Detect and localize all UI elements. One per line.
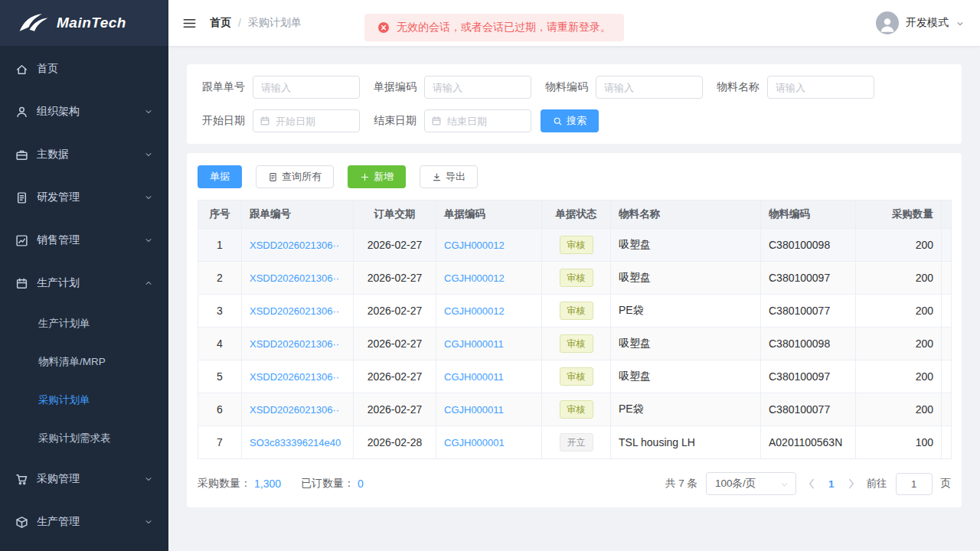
cell-seq: 4 — [198, 328, 242, 360]
cell-qty: 200 — [856, 360, 942, 393]
sidebar-item-organization[interactable]: 组织架构 — [0, 90, 168, 133]
sidebar-item-home[interactable]: 首页 — [0, 47, 168, 90]
button-label: 新增 — [374, 170, 394, 184]
bill-button[interactable]: 单据 — [198, 165, 242, 188]
current-page[interactable]: 1 — [827, 478, 836, 490]
doc-no-link[interactable]: CGJH000011 — [444, 338, 504, 350]
doc-no-link[interactable]: CGJH000011 — [444, 404, 504, 416]
filter-input-material-code[interactable] — [596, 76, 703, 99]
table-row: 1XSDD2026021306··2026-02-27CGJH000012审核吸… — [198, 229, 952, 262]
sidebar-subitem-label: 采购计划需求表 — [38, 432, 111, 445]
cell-material-name: 吸塑盘 — [611, 229, 761, 262]
cell-filler — [942, 295, 952, 328]
order-no-link[interactable]: XSDD2026021306·· — [250, 272, 339, 284]
cell-seq: 2 — [198, 262, 242, 295]
doc-no-link[interactable]: CGJH000012 — [444, 240, 505, 251]
prev-page-button[interactable] — [805, 477, 818, 491]
cell-order-no: XSDD2026021306·· — [242, 229, 354, 262]
cell-filler — [942, 262, 952, 295]
filter-field-material-code: 物料编码 — [541, 76, 703, 99]
cell-filler — [942, 393, 952, 426]
order-no-link[interactable]: XSDD2026021306·· — [250, 404, 339, 416]
cell-status: 审核 — [542, 360, 611, 393]
sidebar-subitem-purchase-plan-order[interactable]: 采购计划单 — [0, 381, 168, 419]
user-icon — [15, 106, 28, 119]
cell-filler — [942, 426, 952, 459]
sidebar-subitem-bom-mrp[interactable]: 物料清单/MRP — [0, 343, 168, 381]
sidebar-subitem-label: 物料清单/MRP — [38, 355, 106, 369]
order-no-link[interactable]: XSDD2026021306·· — [250, 338, 339, 350]
sidebar-item-production-management[interactable]: 生产管理 — [0, 500, 168, 543]
ordered-qty-label: 已订数量： — [301, 477, 354, 491]
cell-doc-no: CGJH000012 — [436, 229, 542, 262]
sidebar-item-sales-management[interactable]: 销售管理 — [0, 219, 168, 262]
sidebar-item-production-plan[interactable]: 生产计划 — [0, 262, 168, 305]
goto-page-input[interactable] — [896, 473, 933, 495]
download-icon — [432, 172, 442, 182]
cell-status: 审核 — [542, 328, 611, 360]
breadcrumb-separator: / — [238, 17, 241, 29]
logo-icon — [17, 13, 51, 33]
doc-no-link[interactable]: CGJH000011 — [444, 371, 504, 383]
chevron-down-icon — [144, 107, 153, 116]
filter-input-material-name[interactable] — [767, 76, 874, 99]
sidebar-item-label: 首页 — [37, 62, 153, 76]
breadcrumb-home[interactable]: 首页 — [210, 16, 231, 30]
logo: MainTech — [0, 0, 168, 46]
sidebar: MainTech 首页组织架构主数据研发管理销售管理生产计划生产计划单物料清单/… — [0, 0, 168, 551]
query-all-button[interactable]: 查询所有 — [256, 165, 334, 188]
filter-field-order-no: 跟单单号 — [198, 76, 360, 99]
page-size-select[interactable]: 100条/页 — [706, 472, 796, 495]
search-button[interactable]: 搜索 — [541, 109, 599, 132]
order-no-link[interactable]: SO3c833396214e40 — [250, 437, 341, 448]
cell-doc-no: CGJH000001 — [436, 426, 542, 459]
sidebar-subitem-purchase-plan-demand[interactable]: 采购计划需求表 — [0, 419, 168, 458]
menu-toggle-icon[interactable] — [182, 16, 197, 31]
column-header: 采购数量 — [856, 201, 942, 229]
document-icon — [15, 191, 28, 204]
doc-no-link[interactable]: CGJH000001 — [444, 437, 505, 448]
sidebar-item-master-data[interactable]: 主数据 — [0, 133, 168, 176]
order-no-link[interactable]: XSDD2026021306·· — [250, 305, 339, 317]
next-page-button[interactable] — [844, 477, 858, 491]
table-panel: 单据查询所有新增导出 序号跟单编号订单交期单据编码单据状态物料名称物料编码采购数… — [187, 153, 962, 507]
cell-status: 审核 — [542, 393, 611, 426]
filter-label: 结束日期 — [369, 114, 416, 128]
sidebar-item-label: 研发管理 — [37, 191, 144, 204]
cell-material-code: A0201100563N — [761, 426, 856, 459]
filter-input-order-no[interactable] — [253, 76, 360, 99]
sidebar-item-purchase-management[interactable]: 采购管理 — [0, 458, 168, 500]
status-badge: 审核 — [560, 302, 593, 320]
sidebar-item-label: 销售管理 — [37, 233, 144, 247]
sidebar-item-rd-management[interactable]: 研发管理 — [0, 176, 168, 219]
user-menu[interactable]: 开发模式 — [876, 11, 965, 34]
cell-delivery-date: 2026-02-27 — [354, 229, 436, 262]
column-filler — [942, 201, 952, 229]
export-button[interactable]: 导出 — [420, 165, 478, 188]
doc-no-link[interactable]: CGJH000012 — [444, 272, 505, 284]
cell-material-name: 吸塑盘 — [611, 328, 761, 360]
order-no-link[interactable]: XSDD2026021306·· — [250, 240, 339, 251]
cart-icon — [15, 473, 28, 486]
logo-text: MainTech — [57, 15, 126, 31]
doc-no-link[interactable]: CGJH000012 — [444, 305, 505, 317]
cell-doc-no: CGJH000011 — [436, 393, 542, 426]
chevron-down-icon — [144, 236, 153, 245]
filter-label: 物料名称 — [712, 80, 760, 94]
goto-label: 前往 — [867, 477, 887, 491]
status-badge: 审核 — [560, 334, 593, 353]
cell-qty: 200 — [856, 393, 942, 426]
avatar — [876, 11, 899, 34]
add-button[interactable]: 新增 — [348, 165, 406, 188]
cell-filler — [942, 360, 952, 393]
status-badge: 审核 — [560, 269, 593, 287]
sidebar-subitem-production-plan-order[interactable]: 生产计划单 — [0, 305, 168, 343]
table-row: 5XSDD2026021306··2026-02-27CGJH000011审核吸… — [198, 360, 952, 393]
cell-seq: 1 — [198, 229, 242, 262]
cell-delivery-date: 2026-02-27 — [354, 360, 436, 393]
filter-input-doc-no[interactable] — [424, 76, 531, 99]
order-no-link[interactable]: XSDD2026021306·· — [250, 371, 339, 383]
sidebar-item-label: 组织架构 — [37, 105, 144, 119]
cell-material-name: TSL housing LH — [611, 426, 761, 459]
search-icon — [553, 116, 563, 126]
